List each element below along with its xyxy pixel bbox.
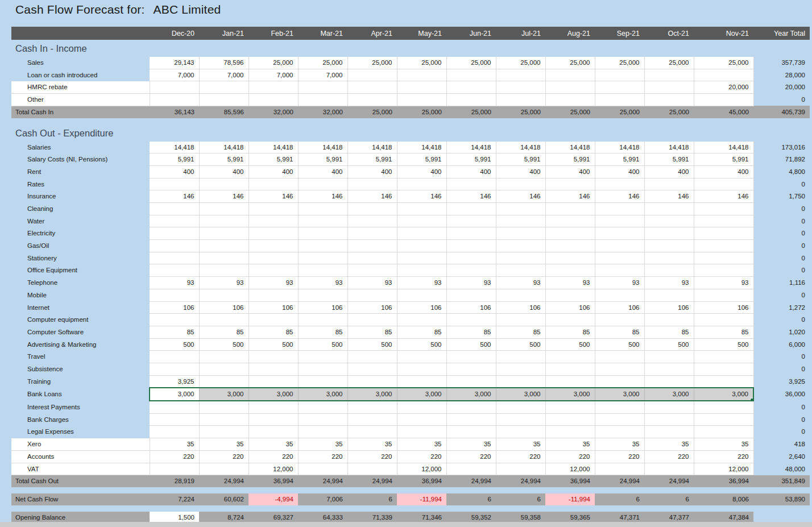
row-label-travel[interactable]: Travel (11, 351, 150, 363)
cell-rent-oct-21[interactable]: 400 (644, 165, 694, 178)
cell-xero-jul-21[interactable]: 35 (496, 438, 545, 451)
cell-net-cash-flow-feb-21[interactable]: -4,994 (248, 493, 298, 505)
cell-bank-loans-feb-21[interactable]: 3,000 (248, 388, 298, 401)
cell-other-nov-21[interactable] (694, 94, 753, 106)
cell-total-cash-in-year-total[interactable]: 405,739 (753, 106, 810, 118)
cell-office-equipment-oct-21[interactable] (644, 264, 694, 277)
cell-total-cash-in-sep-21[interactable]: 25,000 (595, 106, 644, 118)
cell-stationery-oct-21[interactable] (644, 252, 694, 264)
cell-electricity-year-total[interactable]: 0 (753, 227, 810, 240)
cell-office-equipment-jul-21[interactable] (496, 264, 545, 277)
cell-xero-oct-21[interactable]: 35 (644, 438, 694, 451)
cell-advertising-marketing-jul-21[interactable]: 500 (496, 338, 545, 351)
cell-vat-year-total[interactable]: 48,000 (753, 463, 810, 475)
cell-total-cash-out-sep-21[interactable]: 24,994 (595, 475, 644, 487)
cell-other-jun-21[interactable] (446, 94, 496, 106)
cell-net-cash-flow-nov-21[interactable]: 8,006 (694, 493, 753, 505)
cell-computer-software-jan-21[interactable]: 85 (199, 326, 248, 338)
cell-total-cash-in-may-21[interactable]: 25,000 (397, 106, 446, 118)
row-label-loan-or-cash-introduced[interactable]: Loan or cash introduced (11, 69, 150, 81)
cell-salaries-jun-21[interactable]: 14,418 (446, 142, 496, 153)
cell-computer-equipment-jul-21[interactable] (496, 314, 545, 326)
row-label-rent[interactable]: Rent (11, 165, 150, 178)
cell-sales-feb-21[interactable]: 25,000 (248, 57, 298, 69)
cell-travel-year-total[interactable]: 0 (753, 351, 810, 363)
cell-rates-aug-21[interactable] (545, 178, 595, 190)
cell-internet-aug-21[interactable]: 106 (545, 301, 595, 314)
cell-office-equipment-apr-21[interactable] (347, 264, 397, 277)
cell-interest-payments-feb-21[interactable] (248, 401, 298, 413)
cell-sales-mar-21[interactable]: 25,000 (298, 57, 347, 69)
cell-stationery-aug-21[interactable] (545, 252, 595, 264)
row-label-training[interactable]: Training (11, 375, 150, 388)
cell-stationery-jul-21[interactable] (496, 252, 545, 264)
cell-advertising-marketing-feb-21[interactable]: 500 (248, 338, 298, 351)
cell-vat-may-21[interactable]: 12,000 (397, 463, 446, 475)
cell-subsistence-jun-21[interactable] (446, 363, 496, 376)
cell-telephone-dec-20[interactable]: 93 (150, 277, 199, 289)
cell-electricity-oct-21[interactable] (644, 227, 694, 240)
cell-legal-expenses-nov-21[interactable] (694, 426, 753, 438)
cell-xero-apr-21[interactable]: 35 (347, 438, 397, 451)
cell-net-cash-flow-aug-21[interactable]: -11,994 (545, 493, 595, 505)
row-label-office-equipment[interactable]: Office Equipment (11, 264, 150, 277)
cell-total-cash-out-oct-21[interactable]: 24,994 (644, 475, 694, 487)
cell-hmrc-rebate-apr-21[interactable] (347, 81, 397, 94)
cell-internet-apr-21[interactable]: 106 (347, 301, 397, 314)
row-label-salary-costs-ni-pensions[interactable]: Salary Costs (NI, Pensions) (11, 153, 150, 166)
cell-xero-jun-21[interactable]: 35 (446, 438, 496, 451)
cell-advertising-marketing-jun-21[interactable]: 500 (446, 338, 496, 351)
cell-salary-costs-ni-pensions-year-total[interactable]: 71,892 (753, 153, 810, 166)
cell-travel-sep-21[interactable] (595, 351, 644, 363)
cell-salaries-nov-21[interactable]: 14,418 (694, 142, 753, 153)
cell-other-sep-21[interactable] (595, 94, 644, 106)
cell-mobile-mar-21[interactable] (298, 289, 347, 301)
cell-computer-equipment-nov-21[interactable] (694, 314, 753, 326)
cell-other-year-total[interactable]: 0 (753, 94, 810, 106)
cell-electricity-sep-21[interactable] (595, 227, 644, 240)
cell-xero-nov-21[interactable]: 35 (694, 438, 753, 451)
cell-training-oct-21[interactable] (644, 375, 694, 388)
row-label-computer-software[interactable]: Computer Software (11, 326, 150, 338)
column-header-mar-21[interactable]: Mar-21 (298, 27, 347, 40)
cell-sales-jun-21[interactable]: 25,000 (446, 57, 496, 69)
cell-computer-software-jun-21[interactable]: 85 (446, 326, 496, 338)
cell-salary-costs-ni-pensions-oct-21[interactable]: 5,991 (644, 153, 694, 166)
cell-advertising-marketing-jan-21[interactable]: 500 (199, 338, 248, 351)
cell-loan-or-cash-introduced-sep-21[interactable] (595, 69, 644, 81)
row-label-vat[interactable]: VAT (11, 463, 150, 475)
cell-internet-may-21[interactable]: 106 (397, 301, 446, 314)
row-label-insurance[interactable]: Insurance (11, 190, 150, 203)
cell-interest-payments-oct-21[interactable] (644, 401, 694, 413)
cell-interest-payments-jun-21[interactable] (446, 401, 496, 413)
row-label-net-cash-flow[interactable]: Net Cash Flow (11, 493, 150, 505)
cell-legal-expenses-dec-20[interactable] (150, 426, 199, 438)
cell-rates-jun-21[interactable] (446, 178, 496, 190)
cell-travel-mar-21[interactable] (298, 351, 347, 363)
cell-total-cash-out-aug-21[interactable]: 36,994 (545, 475, 595, 487)
cell-interest-payments-nov-21[interactable] (694, 401, 753, 413)
cell-legal-expenses-aug-21[interactable] (545, 426, 595, 438)
cell-sales-apr-21[interactable]: 25,000 (347, 57, 397, 69)
cell-insurance-dec-20[interactable]: 146 (150, 190, 199, 203)
cell-hmrc-rebate-nov-21[interactable]: 20,000 (694, 81, 753, 94)
cell-gas-oil-year-total[interactable]: 0 (753, 240, 810, 252)
cell-net-cash-flow-sep-21[interactable]: 6 (595, 493, 644, 505)
cell-insurance-mar-21[interactable]: 146 (298, 190, 347, 203)
cell-loan-or-cash-introduced-jan-21[interactable]: 7,000 (199, 69, 248, 81)
cell-rent-aug-21[interactable]: 400 (545, 165, 595, 178)
cell-loan-or-cash-introduced-feb-21[interactable]: 7,000 (248, 69, 298, 81)
cell-legal-expenses-apr-21[interactable] (347, 426, 397, 438)
cell-bank-charges-jun-21[interactable] (446, 413, 496, 426)
cell-telephone-aug-21[interactable]: 93 (545, 277, 595, 289)
cell-travel-jan-21[interactable] (199, 351, 248, 363)
cell-rates-jul-21[interactable] (496, 178, 545, 190)
cell-gas-oil-nov-21[interactable] (694, 240, 753, 252)
cell-accounts-aug-21[interactable]: 220 (545, 450, 595, 463)
cell-rent-nov-21[interactable]: 400 (694, 165, 753, 178)
cell-cleaning-jan-21[interactable] (199, 203, 248, 215)
cell-cleaning-feb-21[interactable] (248, 203, 298, 215)
cell-internet-oct-21[interactable]: 106 (644, 301, 694, 314)
cell-salary-costs-ni-pensions-jan-21[interactable]: 5,991 (199, 153, 248, 166)
cell-other-feb-21[interactable] (248, 94, 298, 106)
